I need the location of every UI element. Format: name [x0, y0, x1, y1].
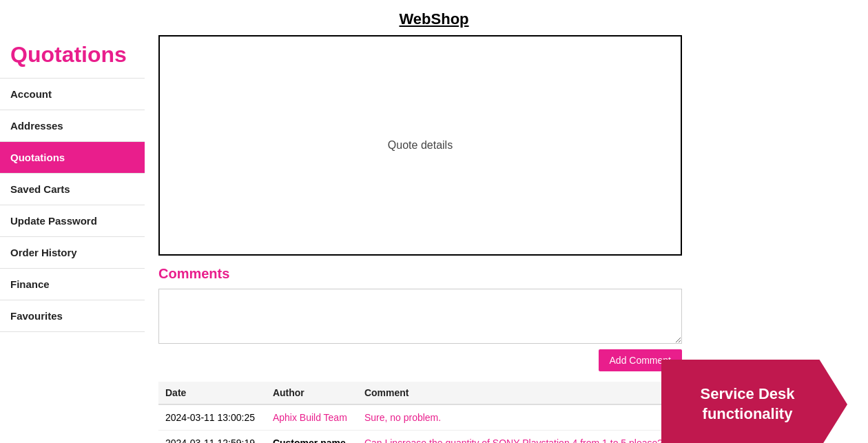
table-row: 2024-03-11 12:59:19Customer nameCan I in…	[158, 431, 682, 444]
comments-table: DateAuthorComment 2024-03-11 13:00:25Aph…	[158, 382, 682, 443]
comment-date: 2024-03-11 12:59:19	[158, 431, 266, 444]
sidebar-item-account[interactable]: Account	[0, 78, 145, 110]
table-col-date: Date	[158, 382, 266, 404]
sidebar-item-quotations[interactable]: Quotations	[0, 141, 145, 173]
sidebar-item-addresses[interactable]: Addresses	[0, 110, 145, 141]
page-header: WebShop	[0, 0, 868, 35]
arrow-banner: Service Desk functionality	[661, 360, 868, 443]
comments-title: Comments	[158, 266, 682, 282]
sidebar-item-order-history[interactable]: Order History	[0, 236, 145, 268]
comment-date: 2024-03-11 13:00:25	[158, 404, 266, 431]
table-row: 2024-03-11 13:00:25Aphix Build TeamSure,…	[158, 404, 682, 431]
comments-textarea[interactable]	[158, 289, 682, 344]
table-col-author: Author	[266, 382, 358, 404]
sidebar-title: Quotations	[0, 35, 145, 78]
table-col-comment: Comment	[358, 382, 682, 404]
sidebar-item-favourites[interactable]: Favourites	[0, 300, 145, 332]
comment-author: Customer name	[266, 431, 358, 444]
sidebar-item-finance[interactable]: Finance	[0, 268, 145, 300]
comment-text[interactable]: Can I increase the quantity of SONY Play…	[358, 431, 682, 444]
quote-details-text: Quote details	[388, 139, 453, 152]
banner-text: Service Desk functionality	[661, 378, 847, 431]
sidebar: Quotations AccountAddressesQuotationsSav…	[0, 35, 145, 443]
comment-author[interactable]: Aphix Build Team	[266, 404, 358, 431]
sidebar-item-update-password[interactable]: Update Password	[0, 205, 145, 236]
comments-section: Comments Add Comment DateAuthorComment 2…	[158, 266, 682, 443]
comment-text[interactable]: Sure, no problem.	[358, 404, 682, 431]
main-content: Quote details Comments Add Comment DateA…	[145, 35, 868, 443]
sidebar-item-saved-carts[interactable]: Saved Carts	[0, 173, 145, 205]
quote-details-box: Quote details	[158, 35, 682, 256]
